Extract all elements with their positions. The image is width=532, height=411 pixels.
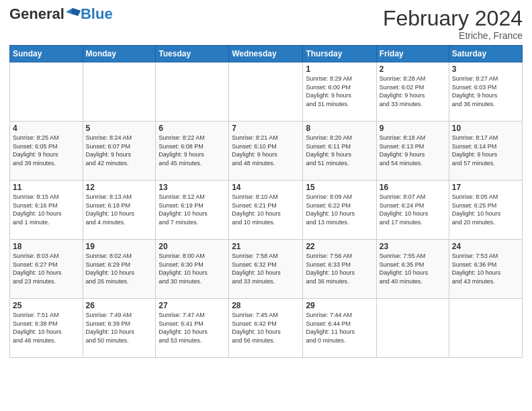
day-cell: 15Sunrise: 8:09 AM Sunset: 6:22 PM Dayli… (303, 181, 376, 240)
day-info: Sunrise: 8:15 AM Sunset: 6:16 PM Dayligh… (13, 193, 80, 226)
calendar-body: 1Sunrise: 8:29 AM Sunset: 6:00 PM Daylig… (10, 62, 523, 358)
day-info: Sunrise: 8:02 AM Sunset: 6:29 PM Dayligh… (86, 252, 153, 285)
day-info: Sunrise: 8:25 AM Sunset: 6:05 PM Dayligh… (13, 134, 80, 167)
day-number: 9 (380, 124, 446, 133)
day-number: 20 (159, 242, 226, 251)
day-cell: 4Sunrise: 8:25 AM Sunset: 6:05 PM Daylig… (10, 122, 83, 181)
column-header-sunday: Sunday (10, 46, 83, 62)
day-number: 13 (159, 183, 226, 192)
logo-general-text: General (9, 7, 64, 21)
day-number: 29 (306, 301, 373, 310)
column-header-wednesday: Wednesday (229, 46, 303, 62)
day-info: Sunrise: 8:05 AM Sunset: 6:25 PM Dayligh… (452, 193, 519, 226)
day-cell: 26Sunrise: 7:49 AM Sunset: 6:39 PM Dayli… (83, 299, 156, 358)
day-number: 10 (452, 124, 519, 133)
day-cell (376, 299, 449, 358)
day-cell: 14Sunrise: 8:10 AM Sunset: 6:21 PM Dayli… (229, 181, 303, 240)
day-number: 3 (452, 64, 519, 74)
day-cell (10, 62, 83, 122)
column-header-saturday: Saturday (449, 46, 522, 62)
logo-bird-icon (66, 8, 81, 20)
week-row-3: 18Sunrise: 8:03 AM Sunset: 6:27 PM Dayli… (10, 240, 523, 299)
day-info: Sunrise: 8:29 AM Sunset: 6:00 PM Dayligh… (306, 75, 373, 108)
day-info: Sunrise: 8:07 AM Sunset: 6:24 PM Dayligh… (380, 193, 446, 226)
day-number: 24 (452, 242, 519, 251)
day-info: Sunrise: 7:47 AM Sunset: 6:41 PM Dayligh… (159, 311, 226, 345)
day-number: 8 (306, 124, 373, 133)
day-number: 19 (86, 242, 153, 251)
day-cell: 8Sunrise: 8:20 AM Sunset: 6:11 PM Daylig… (303, 122, 376, 181)
calendar-table: SundayMondayTuesdayWednesdayThursdayFrid… (9, 45, 523, 358)
day-info: Sunrise: 8:18 AM Sunset: 6:13 PM Dayligh… (380, 134, 446, 167)
logo: General Blue (9, 7, 113, 21)
day-info: Sunrise: 8:00 AM Sunset: 6:30 PM Dayligh… (159, 252, 226, 285)
day-info: Sunrise: 7:49 AM Sunset: 6:39 PM Dayligh… (86, 311, 153, 345)
header: General Blue February 2024 Etriche, Fran… (9, 7, 523, 41)
day-cell: 29Sunrise: 7:44 AM Sunset: 6:44 PM Dayli… (303, 299, 376, 358)
week-row-0: 1Sunrise: 8:29 AM Sunset: 6:00 PM Daylig… (10, 62, 523, 122)
column-header-friday: Friday (376, 46, 449, 62)
day-cell: 27Sunrise: 7:47 AM Sunset: 6:41 PM Dayli… (156, 299, 229, 358)
day-info: Sunrise: 8:17 AM Sunset: 6:14 PM Dayligh… (452, 134, 519, 167)
column-header-tuesday: Tuesday (156, 46, 229, 62)
day-cell: 24Sunrise: 7:53 AM Sunset: 6:36 PM Dayli… (449, 240, 522, 299)
day-cell: 2Sunrise: 8:28 AM Sunset: 6:02 PM Daylig… (376, 62, 449, 122)
page-container: General Blue February 2024 Etriche, Fran… (0, 0, 532, 365)
day-number: 23 (380, 242, 446, 251)
day-cell: 19Sunrise: 8:02 AM Sunset: 6:29 PM Dayli… (83, 240, 156, 299)
day-info: Sunrise: 8:20 AM Sunset: 6:11 PM Dayligh… (306, 134, 373, 167)
day-number: 15 (306, 183, 373, 192)
day-info: Sunrise: 7:56 AM Sunset: 6:33 PM Dayligh… (306, 252, 373, 285)
day-number: 22 (306, 242, 373, 251)
logo-blue-text: Blue (81, 7, 113, 21)
day-number: 27 (159, 301, 226, 310)
week-row-1: 4Sunrise: 8:25 AM Sunset: 6:05 PM Daylig… (10, 122, 523, 181)
day-cell: 16Sunrise: 8:07 AM Sunset: 6:24 PM Dayli… (376, 181, 449, 240)
day-cell: 23Sunrise: 7:55 AM Sunset: 6:35 PM Dayli… (376, 240, 449, 299)
day-number: 5 (86, 124, 153, 133)
day-info: Sunrise: 8:22 AM Sunset: 6:08 PM Dayligh… (159, 134, 226, 167)
day-info: Sunrise: 8:10 AM Sunset: 6:21 PM Dayligh… (232, 193, 300, 226)
day-info: Sunrise: 8:24 AM Sunset: 6:07 PM Dayligh… (86, 134, 153, 167)
day-number: 11 (13, 183, 80, 192)
day-number: 18 (13, 242, 80, 251)
day-info: Sunrise: 7:58 AM Sunset: 6:32 PM Dayligh… (232, 252, 300, 285)
day-cell: 9Sunrise: 8:18 AM Sunset: 6:13 PM Daylig… (376, 122, 449, 181)
title-block: February 2024 Etriche, France (383, 7, 523, 41)
day-cell: 10Sunrise: 8:17 AM Sunset: 6:14 PM Dayli… (449, 122, 522, 181)
column-header-thursday: Thursday (303, 46, 376, 62)
day-cell: 18Sunrise: 8:03 AM Sunset: 6:27 PM Dayli… (10, 240, 83, 299)
day-info: Sunrise: 7:55 AM Sunset: 6:35 PM Dayligh… (380, 252, 446, 285)
day-cell: 17Sunrise: 8:05 AM Sunset: 6:25 PM Dayli… (449, 181, 522, 240)
day-info: Sunrise: 8:12 AM Sunset: 6:19 PM Dayligh… (159, 193, 226, 226)
day-number: 12 (86, 183, 153, 192)
day-info: Sunrise: 7:53 AM Sunset: 6:36 PM Dayligh… (452, 252, 519, 285)
day-cell (449, 299, 522, 358)
calendar-header: SundayMondayTuesdayWednesdayThursdayFrid… (10, 46, 523, 62)
day-cell: 7Sunrise: 8:21 AM Sunset: 6:10 PM Daylig… (229, 122, 303, 181)
day-info: Sunrise: 8:21 AM Sunset: 6:10 PM Dayligh… (232, 134, 300, 167)
day-number: 7 (232, 124, 300, 133)
day-info: Sunrise: 8:13 AM Sunset: 6:18 PM Dayligh… (86, 193, 153, 226)
day-cell: 13Sunrise: 8:12 AM Sunset: 6:19 PM Dayli… (156, 181, 229, 240)
day-cell (83, 62, 156, 122)
day-cell: 5Sunrise: 8:24 AM Sunset: 6:07 PM Daylig… (83, 122, 156, 181)
day-cell: 3Sunrise: 8:27 AM Sunset: 6:03 PM Daylig… (449, 62, 522, 122)
day-number: 1 (306, 64, 373, 74)
header-row: SundayMondayTuesdayWednesdayThursdayFrid… (10, 46, 523, 62)
day-cell (229, 62, 303, 122)
column-header-monday: Monday (83, 46, 156, 62)
day-cell: 11Sunrise: 8:15 AM Sunset: 6:16 PM Dayli… (10, 181, 83, 240)
day-number: 16 (380, 183, 446, 192)
week-row-2: 11Sunrise: 8:15 AM Sunset: 6:16 PM Dayli… (10, 181, 523, 240)
day-info: Sunrise: 7:45 AM Sunset: 6:42 PM Dayligh… (232, 311, 300, 345)
day-number: 28 (232, 301, 300, 310)
day-cell: 6Sunrise: 8:22 AM Sunset: 6:08 PM Daylig… (156, 122, 229, 181)
location: Etriche, France (383, 30, 523, 41)
day-number: 6 (159, 124, 226, 133)
day-info: Sunrise: 8:03 AM Sunset: 6:27 PM Dayligh… (13, 252, 80, 285)
day-cell: 28Sunrise: 7:45 AM Sunset: 6:42 PM Dayli… (229, 299, 303, 358)
day-info: Sunrise: 7:51 AM Sunset: 6:38 PM Dayligh… (13, 311, 80, 345)
day-number: 2 (380, 64, 446, 74)
svg-marker-1 (71, 8, 81, 16)
